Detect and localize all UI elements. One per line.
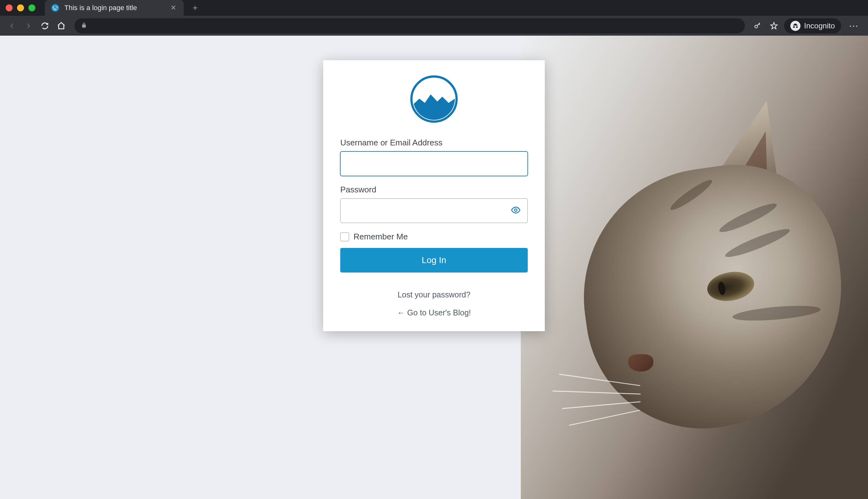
password-input[interactable] [340, 198, 528, 223]
browser-tab[interactable]: This is a login page title ✕ [45, 0, 184, 16]
site-logo[interactable] [340, 75, 528, 123]
password-label: Password [340, 185, 528, 195]
remember-me-label: Remember Me [354, 232, 408, 242]
window-controls [6, 4, 35, 11]
home-button[interactable] [54, 19, 68, 33]
wordpress-favicon-icon [51, 4, 59, 12]
login-links: Lost your password? ← Go to User's Blog! [340, 290, 528, 317]
login-button[interactable]: Log In [340, 248, 528, 272]
tab-close-icon[interactable]: ✕ [169, 2, 177, 13]
tab-bar: This is a login page title ✕ + [0, 0, 868, 16]
lost-password-link[interactable]: Lost your password? [340, 290, 528, 299]
reload-button[interactable] [38, 19, 52, 33]
bookmark-star-icon[interactable] [768, 20, 780, 32]
password-key-icon[interactable] [751, 20, 764, 32]
browser-menu-icon[interactable]: ⋮ [845, 22, 863, 30]
address-bar[interactable] [74, 18, 745, 34]
cat-image [552, 80, 868, 499]
forward-button[interactable] [22, 19, 35, 33]
window-minimize-button[interactable] [17, 4, 24, 11]
back-to-site-link[interactable]: ← Go to User's Blog! [340, 308, 528, 317]
new-tab-button[interactable]: + [190, 2, 200, 14]
svg-point-2 [514, 209, 517, 211]
remember-me-row: Remember Me [340, 232, 528, 242]
svg-point-1 [755, 25, 758, 28]
background-image [521, 36, 868, 499]
username-group: Username or Email Address [340, 138, 528, 176]
browser-chrome: This is a login page title ✕ + [0, 0, 868, 36]
incognito-label: Incognito [804, 22, 835, 30]
incognito-badge[interactable]: Incognito [784, 18, 841, 34]
password-group: Password [340, 185, 528, 223]
show-password-icon[interactable] [508, 203, 523, 219]
tab-title: This is a login page title [64, 4, 164, 12]
back-button[interactable] [5, 19, 19, 33]
toolbar-right: Incognito ⋮ [751, 18, 863, 34]
logo-icon [410, 75, 458, 123]
username-input[interactable] [340, 151, 528, 176]
remember-me-checkbox[interactable] [340, 232, 349, 241]
incognito-icon [790, 21, 800, 31]
page-content: Username or Email Address Password Remem… [0, 36, 868, 499]
window-maximize-button[interactable] [28, 4, 35, 11]
window-close-button[interactable] [6, 4, 13, 11]
lock-icon [81, 22, 87, 30]
login-card: Username or Email Address Password Remem… [323, 60, 545, 331]
username-label: Username or Email Address [340, 138, 528, 148]
browser-toolbar: Incognito ⋮ [0, 16, 868, 36]
